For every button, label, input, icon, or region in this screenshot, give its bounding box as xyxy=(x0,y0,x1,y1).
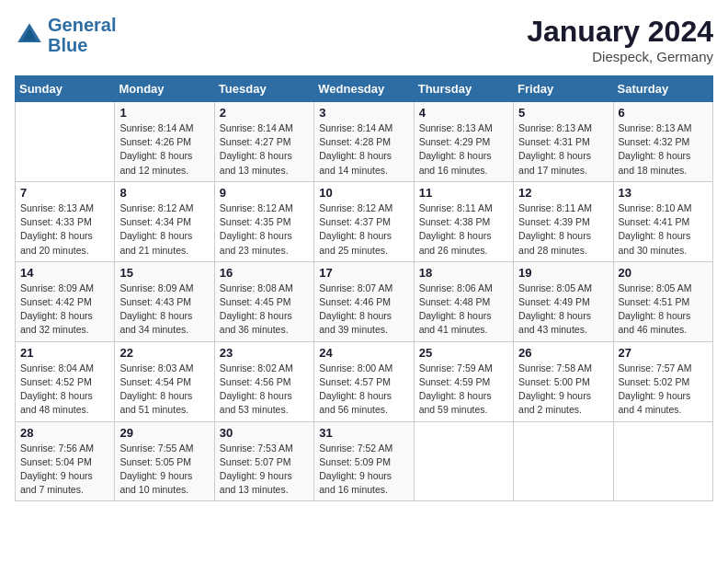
day-info: Sunrise: 8:09 AM Sunset: 4:42 PM Dayligh… xyxy=(20,282,109,338)
day-number: 27 xyxy=(619,346,708,360)
day-number: 15 xyxy=(119,266,209,280)
day-info: Sunrise: 7:57 AM Sunset: 5:02 PM Dayligh… xyxy=(619,362,708,418)
calendar-cell: 5Sunrise: 8:13 AM Sunset: 4:31 PM Daylig… xyxy=(514,102,613,182)
weekday-header-monday: Monday xyxy=(115,76,214,102)
day-number: 7 xyxy=(20,186,109,200)
day-info: Sunrise: 8:13 AM Sunset: 4:29 PM Dayligh… xyxy=(419,121,508,178)
calendar-cell: 13Sunrise: 8:10 AM Sunset: 4:41 PM Dayli… xyxy=(613,181,712,261)
calendar-cell: 20Sunrise: 8:05 AM Sunset: 4:51 PM Dayli… xyxy=(613,261,712,341)
calendar-cell: 26Sunrise: 7:58 AM Sunset: 5:00 PM Dayli… xyxy=(514,341,613,421)
day-number: 5 xyxy=(518,106,608,120)
title-block: January 2024 Diespeck, Germany xyxy=(527,15,713,64)
calendar-cell: 31Sunrise: 7:52 AM Sunset: 5:09 PM Dayli… xyxy=(314,421,414,501)
calendar-cell: 12Sunrise: 8:11 AM Sunset: 4:39 PM Dayli… xyxy=(514,181,613,261)
weekday-header-friday: Friday xyxy=(514,76,613,102)
day-number: 28 xyxy=(20,426,109,440)
day-info: Sunrise: 7:53 AM Sunset: 5:07 PM Dayligh… xyxy=(220,442,309,498)
calendar-cell xyxy=(414,421,513,501)
day-number: 31 xyxy=(319,426,408,440)
calendar-cell: 21Sunrise: 8:04 AM Sunset: 4:52 PM Dayli… xyxy=(16,341,115,421)
calendar-cell: 30Sunrise: 7:53 AM Sunset: 5:07 PM Dayli… xyxy=(214,421,313,501)
day-number: 24 xyxy=(319,346,408,360)
day-info: Sunrise: 8:13 AM Sunset: 4:31 PM Dayligh… xyxy=(518,121,608,178)
day-info: Sunrise: 8:00 AM Sunset: 4:57 PM Dayligh… xyxy=(319,362,408,418)
calendar-cell: 16Sunrise: 8:08 AM Sunset: 4:45 PM Dayli… xyxy=(214,261,313,341)
calendar-week-row: 14Sunrise: 8:09 AM Sunset: 4:42 PM Dayli… xyxy=(16,261,713,341)
day-info: Sunrise: 8:12 AM Sunset: 4:37 PM Dayligh… xyxy=(319,201,408,258)
day-info: Sunrise: 8:12 AM Sunset: 4:34 PM Dayligh… xyxy=(119,201,209,258)
day-number: 11 xyxy=(419,186,508,200)
calendar-cell: 2Sunrise: 8:14 AM Sunset: 4:27 PM Daylig… xyxy=(214,102,313,182)
day-number: 16 xyxy=(220,266,309,280)
day-info: Sunrise: 8:11 AM Sunset: 4:39 PM Dayligh… xyxy=(518,201,608,258)
day-info: Sunrise: 8:06 AM Sunset: 4:48 PM Dayligh… xyxy=(419,282,508,338)
day-info: Sunrise: 8:04 AM Sunset: 4:52 PM Dayligh… xyxy=(20,362,109,418)
day-number: 22 xyxy=(119,346,209,360)
day-number: 14 xyxy=(20,266,109,280)
day-number: 10 xyxy=(319,186,408,200)
calendar-cell: 19Sunrise: 8:05 AM Sunset: 4:49 PM Dayli… xyxy=(514,261,613,341)
page-header: General Blue January 2024 Diespeck, Germ… xyxy=(15,15,713,64)
day-info: Sunrise: 8:11 AM Sunset: 4:38 PM Dayligh… xyxy=(419,201,508,258)
calendar-week-row: 1Sunrise: 8:14 AM Sunset: 4:26 PM Daylig… xyxy=(16,102,713,182)
calendar-cell: 17Sunrise: 8:07 AM Sunset: 4:46 PM Dayli… xyxy=(314,261,414,341)
logo-general: General xyxy=(48,15,116,35)
weekday-header-tuesday: Tuesday xyxy=(214,76,313,102)
day-info: Sunrise: 8:12 AM Sunset: 4:35 PM Dayligh… xyxy=(220,201,309,258)
day-number: 23 xyxy=(220,346,309,360)
calendar-cell: 24Sunrise: 8:00 AM Sunset: 4:57 PM Dayli… xyxy=(314,341,414,421)
day-number: 30 xyxy=(220,426,309,440)
day-info: Sunrise: 8:07 AM Sunset: 4:46 PM Dayligh… xyxy=(319,282,408,338)
logo: General Blue xyxy=(15,15,116,55)
weekday-header-saturday: Saturday xyxy=(613,76,712,102)
weekday-header-wednesday: Wednesday xyxy=(314,76,414,102)
location-subtitle: Diespeck, Germany xyxy=(527,49,713,64)
day-number: 20 xyxy=(619,266,708,280)
day-info: Sunrise: 7:59 AM Sunset: 4:59 PM Dayligh… xyxy=(419,362,508,418)
day-info: Sunrise: 8:05 AM Sunset: 4:49 PM Dayligh… xyxy=(518,282,608,338)
calendar-cell: 27Sunrise: 7:57 AM Sunset: 5:02 PM Dayli… xyxy=(613,341,712,421)
calendar-cell: 23Sunrise: 8:02 AM Sunset: 4:56 PM Dayli… xyxy=(214,341,313,421)
day-info: Sunrise: 7:52 AM Sunset: 5:09 PM Dayligh… xyxy=(319,442,408,498)
day-number: 18 xyxy=(419,266,508,280)
weekday-header-thursday: Thursday xyxy=(414,76,513,102)
calendar-cell: 11Sunrise: 8:11 AM Sunset: 4:38 PM Dayli… xyxy=(414,181,513,261)
day-number: 26 xyxy=(518,346,608,360)
month-year-title: January 2024 xyxy=(527,15,713,49)
calendar-cell: 15Sunrise: 8:09 AM Sunset: 4:43 PM Dayli… xyxy=(115,261,214,341)
calendar-cell xyxy=(16,102,115,182)
calendar-cell: 10Sunrise: 8:12 AM Sunset: 4:37 PM Dayli… xyxy=(314,181,414,261)
day-info: Sunrise: 7:55 AM Sunset: 5:05 PM Dayligh… xyxy=(119,442,209,498)
day-info: Sunrise: 8:02 AM Sunset: 4:56 PM Dayligh… xyxy=(220,362,309,418)
calendar-cell: 29Sunrise: 7:55 AM Sunset: 5:05 PM Dayli… xyxy=(115,421,214,501)
day-info: Sunrise: 8:13 AM Sunset: 4:33 PM Dayligh… xyxy=(20,201,109,258)
weekday-header-sunday: Sunday xyxy=(16,76,115,102)
calendar-week-row: 7Sunrise: 8:13 AM Sunset: 4:33 PM Daylig… xyxy=(16,181,713,261)
day-number: 2 xyxy=(220,106,309,120)
day-info: Sunrise: 8:08 AM Sunset: 4:45 PM Dayligh… xyxy=(220,282,309,338)
day-number: 12 xyxy=(518,186,608,200)
calendar-cell: 7Sunrise: 8:13 AM Sunset: 4:33 PM Daylig… xyxy=(16,181,115,261)
calendar-week-row: 28Sunrise: 7:56 AM Sunset: 5:04 PM Dayli… xyxy=(16,421,713,501)
day-info: Sunrise: 7:58 AM Sunset: 5:00 PM Dayligh… xyxy=(518,362,608,418)
day-info: Sunrise: 8:05 AM Sunset: 4:51 PM Dayligh… xyxy=(619,282,708,338)
day-info: Sunrise: 8:10 AM Sunset: 4:41 PM Dayligh… xyxy=(619,201,708,258)
calendar-cell: 28Sunrise: 7:56 AM Sunset: 5:04 PM Dayli… xyxy=(16,421,115,501)
calendar-cell: 8Sunrise: 8:12 AM Sunset: 4:34 PM Daylig… xyxy=(115,181,214,261)
day-number: 21 xyxy=(20,346,109,360)
calendar-week-row: 21Sunrise: 8:04 AM Sunset: 4:52 PM Dayli… xyxy=(16,341,713,421)
day-info: Sunrise: 8:14 AM Sunset: 4:27 PM Dayligh… xyxy=(220,121,309,178)
day-number: 3 xyxy=(319,106,408,120)
day-info: Sunrise: 8:03 AM Sunset: 4:54 PM Dayligh… xyxy=(119,362,209,418)
calendar-cell: 25Sunrise: 7:59 AM Sunset: 4:59 PM Dayli… xyxy=(414,341,513,421)
day-number: 8 xyxy=(119,186,209,200)
day-info: Sunrise: 8:14 AM Sunset: 4:28 PM Dayligh… xyxy=(319,121,408,178)
weekday-header-row: SundayMondayTuesdayWednesdayThursdayFrid… xyxy=(16,76,713,102)
day-number: 25 xyxy=(419,346,508,360)
day-info: Sunrise: 7:56 AM Sunset: 5:04 PM Dayligh… xyxy=(20,442,109,498)
day-number: 19 xyxy=(518,266,608,280)
calendar-cell: 6Sunrise: 8:13 AM Sunset: 4:32 PM Daylig… xyxy=(613,102,712,182)
day-number: 17 xyxy=(319,266,408,280)
calendar-cell xyxy=(514,421,613,501)
calendar-cell: 4Sunrise: 8:13 AM Sunset: 4:29 PM Daylig… xyxy=(414,102,513,182)
